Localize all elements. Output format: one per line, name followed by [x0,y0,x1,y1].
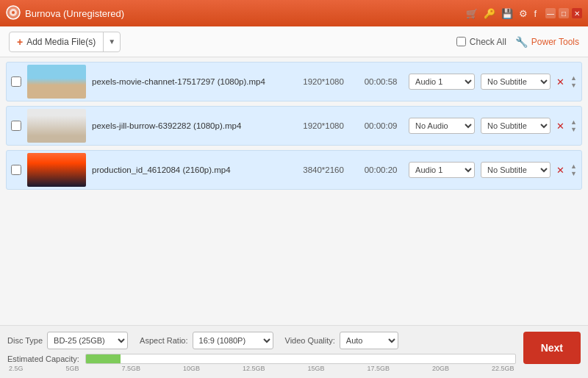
media-filename: pexels-jill-burrow-6392282 (1080p).mp4 [92,121,288,130]
next-button[interactable]: Next [523,332,581,364]
plus-icon: + [17,36,23,48]
reorder-up-icon: ▲ [570,119,577,126]
bottombar: Disc Type BD-25 (25GB)BD-50 (50GB)DVD-5 … [0,325,588,378]
toolbar: + Add Media File(s) ▼ Check All 🔧 Power … [0,26,588,57]
check-all-checkbox[interactable] [456,37,466,46]
reorder-down-icon: ▼ [570,171,577,177]
audio-select-group: Audio 1No AudioAudio 2 [409,118,475,134]
aspect-ratio-label: Aspect Ratio: [140,336,187,345]
capacity-tick: 20GB [432,365,449,372]
capacity-tick: 17.5GB [368,365,390,372]
bottom-controls: Disc Type BD-25 (25GB)BD-50 (50GB)DVD-5 … [7,332,516,349]
audio-select[interactable]: Audio 1No AudioAudio 2 [409,118,475,134]
capacity-tick: 22.5GB [492,365,514,372]
capacity-bar-container [85,354,516,364]
check-all-label[interactable]: Check All [456,37,506,47]
reorder-down-icon: ▼ [570,126,577,133]
reorder-up-icon: ▲ [570,163,577,170]
reorder-up-icon: ▲ [570,75,577,82]
row-checkbox[interactable] [11,121,21,131]
aspect-ratio-select[interactable]: 16:9 (1080P)4:316:9 (720P) [193,332,273,349]
table-row: pexels-jill-burrow-6392282 (1080p).mp4 1… [6,106,582,146]
restore-button[interactable]: □ [559,8,569,18]
toolbar-right: Check All 🔧 Power Tools [456,36,579,48]
media-thumbnail [27,109,86,143]
capacity-tick: 2.5G [9,365,24,372]
media-resolution: 1920*1080 [294,121,353,130]
audio-select-group: Audio 1No AudioAudio 2 [409,162,475,178]
svg-point-2 [12,11,15,14]
capacity-tick: 12.5GB [243,365,265,372]
media-resolution: 1920*1080 [294,77,353,86]
delete-button[interactable]: ✕ [556,77,564,87]
close-button[interactable]: ✕ [572,8,582,18]
estimated-capacity-label: Estimated Capacity: [7,354,79,363]
video-quality-select[interactable]: AutoHighMediumLow [340,332,398,349]
audio-select[interactable]: Audio 1No AudioAudio 2 [409,74,475,90]
delete-button[interactable]: ✕ [556,121,564,131]
titlebar-icons: 🛒 🔑 💾 ⚙ f [466,8,537,19]
media-thumbnail [27,153,86,187]
delete-button[interactable]: ✕ [556,165,564,175]
audio-select-group: Audio 1No AudioAudio 2 [409,74,475,90]
capacity-ticks: 2.5G5GB7.5GB10GB12.5GB15GB17.5GB20GB22.5… [7,365,516,372]
power-tools-button[interactable]: 🔧 Power Tools [515,36,579,48]
window-controls: — □ ✕ [545,8,582,18]
disc-type-group: Disc Type BD-25 (25GB)BD-50 (50GB)DVD-5 … [7,332,128,349]
save-icon[interactable]: 💾 [501,8,513,19]
disc-type-select[interactable]: BD-25 (25GB)BD-50 (50GB)DVD-5 (4.7GB)DVD… [47,332,128,349]
add-media-button[interactable]: + Add Media File(s) ▼ [9,32,121,52]
wrench-icon: 🔧 [515,36,528,48]
settings-icon[interactable]: ⚙ [519,8,528,19]
minimize-button[interactable]: — [545,8,556,18]
cart-icon[interactable]: 🛒 [466,8,478,19]
subtitle-select[interactable]: No SubtitleSubtitle 1 [481,74,551,90]
reorder-handle[interactable]: ▲ ▼ [570,119,577,133]
capacity-tick: 7.5GB [122,365,141,372]
media-thumbnail [27,65,86,99]
media-filename: production_id_4612084 (2160p).mp4 [92,165,288,174]
capacity-row: Estimated Capacity: [7,354,516,364]
add-media-main[interactable]: + Add Media File(s) [10,32,104,51]
titlebar: Burnova (Unregistered) 🛒 🔑 💾 ⚙ f — □ ✕ [0,0,588,26]
subtitle-select-group: No SubtitleSubtitle 1 [481,118,551,134]
media-filename: pexels-movie-channet-17517297 (1080p).mp… [92,77,288,86]
video-quality-group: Video Quality: AutoHighMediumLow [285,332,398,349]
media-resolution: 3840*2160 [294,165,353,174]
facebook-icon[interactable]: f [534,8,537,19]
capacity-tick: 15GB [308,365,325,372]
reorder-down-icon: ▼ [570,82,577,89]
audio-select[interactable]: Audio 1No AudioAudio 2 [409,162,475,178]
capacity-tick: 5GB [66,365,79,372]
app-logo [6,5,21,22]
media-duration: 00:00:09 [359,121,403,130]
app-title: Burnova (Unregistered) [25,8,466,19]
row-checkbox[interactable] [11,165,21,175]
aspect-ratio-group: Aspect Ratio: 16:9 (1080P)4:316:9 (720P) [140,332,273,349]
dropdown-arrow[interactable]: ▼ [104,32,120,51]
subtitle-select[interactable]: No SubtitleSubtitle 1 [481,118,551,134]
media-list: pexels-movie-channet-17517297 (1080p).mp… [0,57,588,325]
subtitle-select-group: No SubtitleSubtitle 1 [481,162,551,178]
video-quality-label: Video Quality: [285,336,335,345]
subtitle-select-group: No SubtitleSubtitle 1 [481,74,551,90]
add-media-label: Add Media File(s) [26,37,96,47]
subtitle-select[interactable]: No SubtitleSubtitle 1 [481,162,551,178]
capacity-tick: 10GB [183,365,200,372]
media-duration: 00:00:58 [359,77,403,86]
table-row: production_id_4612084 (2160p).mp4 3840*2… [6,150,582,190]
disc-type-label: Disc Type [7,336,43,345]
media-duration: 00:00:20 [359,165,403,174]
row-checkbox[interactable] [11,76,21,87]
table-row: pexels-movie-channet-17517297 (1080p).mp… [6,62,582,101]
reorder-handle[interactable]: ▲ ▼ [570,75,577,89]
capacity-bar-fill [86,354,121,363]
reorder-handle[interactable]: ▲ ▼ [570,163,577,177]
key-icon[interactable]: 🔑 [484,8,495,19]
